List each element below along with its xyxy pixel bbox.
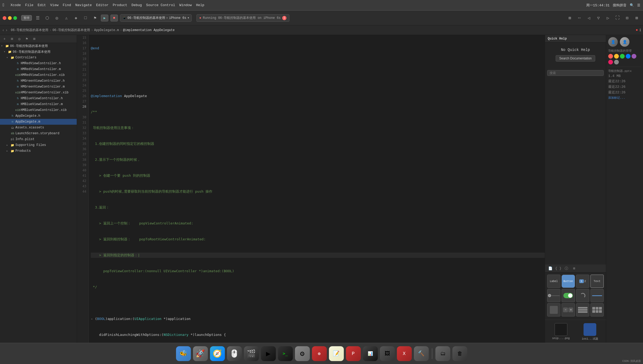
breadcrumb-item-2[interactable]: 06-导航控制器的基本使用: [53, 28, 90, 32]
sidebar-item-project[interactable]: ▾ 📁 06-导航控制器的基本使用: [0, 49, 77, 55]
file-inspector-icon[interactable]: 📄: [547, 265, 554, 272]
sidebar-item-hmblue-xib[interactable]: ▾ xib HMBlueViewController.xib: [0, 107, 77, 113]
menu-find[interactable]: Find: [63, 3, 71, 7]
sidebar-location-button[interactable]: ◎: [16, 36, 22, 42]
stop-button[interactable]: ■: [110, 15, 118, 21]
menu-xcode[interactable]: Xcode: [11, 3, 21, 7]
bookmark-icon[interactable]: ❖: [72, 14, 80, 22]
sidebar-add-button[interactable]: +: [2, 36, 7, 42]
dock-item-trash[interactable]: 🗑: [452, 346, 467, 361]
run-button[interactable]: ▶: [101, 15, 108, 21]
dock-item-terminal[interactable]: >_: [278, 346, 293, 361]
pause-button[interactable]: 暂停: [21, 15, 32, 21]
menu-source-control[interactable]: Source Control: [146, 3, 175, 7]
code-content[interactable]: @end @implementation AppDelegate /** 导航控…: [89, 35, 545, 343]
identity-icon[interactable]: ⓘ: [563, 265, 569, 272]
dock-item-system-prefs[interactable]: ⚙️: [295, 346, 310, 361]
sidebar-git-button[interactable]: ⊠: [31, 36, 37, 42]
sidebar-item-appdelegate-m[interactable]: ▾ m AppDelegate.m: [0, 119, 77, 125]
quick-help-icon[interactable]: { }: [555, 265, 561, 272]
dock-item-desktop[interactable]: 🗂: [435, 346, 450, 361]
file-item-snip[interactable]: snip....png: [547, 323, 575, 341]
menu-editor[interactable]: Editor: [96, 3, 109, 7]
menu-edit[interactable]: Edit: [38, 3, 46, 7]
dock-item-quicktime[interactable]: ▶: [261, 346, 276, 361]
breadcrumb-item-4[interactable]: @implementation AppDelegate: [123, 28, 174, 32]
widget-toggle[interactable]: [561, 289, 575, 302]
dock-item-media[interactable]: 🎬: [244, 346, 259, 361]
sidebar-item-hmred-h[interactable]: ▾ h HMRedViewController.h: [0, 60, 77, 66]
breakpoint-icon[interactable]: ⬡: [44, 14, 51, 22]
sidebar-item-info-plist[interactable]: ▾ pl Info.plist: [0, 136, 77, 142]
sidebar-item-hmblue-h[interactable]: ▾ h HMBlueViewController.h: [0, 96, 77, 101]
menu-help[interactable]: Help: [196, 3, 204, 7]
widget-gray-square[interactable]: [547, 303, 560, 317]
location-icon[interactable]: ◎: [53, 14, 61, 22]
sidebar-filter-button[interactable]: ⊞: [9, 36, 15, 42]
widget-label[interactable]: Label: [547, 275, 560, 288]
layout-list-icon[interactable]: ⊞: [566, 14, 573, 22]
menu-navigate[interactable]: Navigate: [75, 3, 92, 7]
widget-segmented[interactable]: 1 2: [576, 275, 589, 288]
sidebar-item-launchscreen[interactable]: ▾ sb LaunchScreen.storyboard: [0, 131, 77, 136]
dock-item-parallels[interactable]: ⊕: [312, 346, 327, 361]
widget-progress[interactable]: [590, 289, 604, 302]
dock-item-notes[interactable]: 📝: [329, 346, 344, 361]
dock-item-launchpad[interactable]: 🚀: [193, 346, 208, 361]
widget-collection-rows[interactable]: [590, 303, 604, 317]
layout-grid-icon[interactable]: ⊞: [571, 265, 577, 272]
sidebar-warning-button[interactable]: ⚑: [24, 36, 30, 42]
sidebar-item-assets[interactable]: ▾ 🗂 Assets.xcassets: [0, 125, 77, 131]
code-editor[interactable]: 15 16 17 18 19 20 21 22 23 24 25 26 27 2…: [77, 35, 545, 343]
fullscreen-icon[interactable]: ⛶: [614, 14, 621, 22]
breadcrumb-item-1[interactable]: 06-导航控制器的基本使用: [11, 28, 49, 32]
file-item-ios[interactable]: ios1...试题: [576, 323, 604, 341]
sidebar-item-appdelegate-h[interactable]: ▾ h AppDelegate.h: [0, 113, 77, 119]
widget-stepper[interactable]: - +: [561, 303, 575, 317]
menu-product[interactable]: Product: [113, 3, 127, 7]
search-input[interactable]: [547, 70, 604, 76]
dock-item-preview[interactable]: 🖼: [380, 346, 395, 361]
dock-item-xcode-error[interactable]: X: [397, 346, 412, 361]
square-icon[interactable]: □: [82, 14, 89, 22]
dock-item-finder[interactable]: 🐝: [176, 346, 191, 361]
navigator-icon[interactable]: ◁: [585, 14, 593, 22]
search-documentation-button[interactable]: Search Documentation: [556, 55, 595, 62]
menu-window[interactable]: Window: [179, 3, 192, 7]
breadcrumb-back-button[interactable]: ‹: [2, 28, 4, 32]
dock-item-mouse[interactable]: 🖱️: [227, 346, 242, 361]
debug-area-icon[interactable]: ▽: [595, 14, 602, 22]
sidebar-item-hmgreen-m[interactable]: ▾ m HMGreenViewController.m: [0, 84, 77, 90]
breadcrumb-forward-button[interactable]: ›: [5, 28, 7, 32]
breadcrumb-item-3[interactable]: AppDelegate.m: [94, 28, 119, 32]
scheme-selector[interactable]: 📱 06-导航控制器的基本使用 › iPhone 6s ▾: [120, 14, 192, 22]
sidebar-item-hmgreen-xib[interactable]: ▾ xib HMGreenViewController.xib: [0, 90, 77, 96]
dock-item-safari[interactable]: 🧭: [210, 346, 225, 361]
sidebar-item-hmblue-m[interactable]: ▾ m HMBlueViewController.m: [0, 101, 77, 107]
close-button[interactable]: [3, 16, 6, 20]
split-horizontal-icon[interactable]: ⊟: [623, 14, 631, 22]
widget-spinner[interactable]: [576, 289, 589, 302]
sidebar-item-hmred-xib[interactable]: ▾ xib HMRedViewController.xib: [0, 72, 77, 78]
menu-input-method[interactable]: 搜狗拼音: [613, 3, 627, 8]
layout-icon[interactable]: ↔: [576, 14, 583, 22]
sidebar-item-hmred-m[interactable]: ▾ m HMRedViewController.m: [0, 66, 77, 72]
sidebar-item-supporting-files[interactable]: ▸ 📁 Supporting Files: [0, 142, 77, 148]
menu-search-icon[interactable]: 🔍: [630, 3, 634, 7]
dock-item-paprika[interactable]: P: [346, 346, 361, 361]
widget-table-rows[interactable]: [576, 303, 589, 317]
dock-item-activity[interactable]: 📊: [363, 346, 378, 361]
info-icon[interactable]: ℹ: [640, 28, 641, 32]
minimize-button[interactable]: [8, 16, 12, 20]
widget-text[interactable]: Text: [590, 275, 604, 288]
utilities-icon[interactable]: ▷: [604, 14, 612, 22]
menu-debug[interactable]: Debug: [131, 3, 142, 7]
add-note-link[interactable]: 添加标记...: [608, 96, 625, 99]
sidebar-item-products[interactable]: ▸ 📁 Products: [0, 148, 77, 154]
warning-icon[interactable]: ⚠: [63, 14, 70, 22]
menu-view[interactable]: View: [50, 3, 58, 7]
flag-icon[interactable]: ⚑: [91, 14, 99, 22]
maximize-button[interactable]: [13, 16, 17, 20]
sidebar-item-root-project[interactable]: ▾ 📁 06-导航控制器的基本使用: [0, 43, 77, 49]
apple-menu[interactable]: : [3, 3, 5, 8]
